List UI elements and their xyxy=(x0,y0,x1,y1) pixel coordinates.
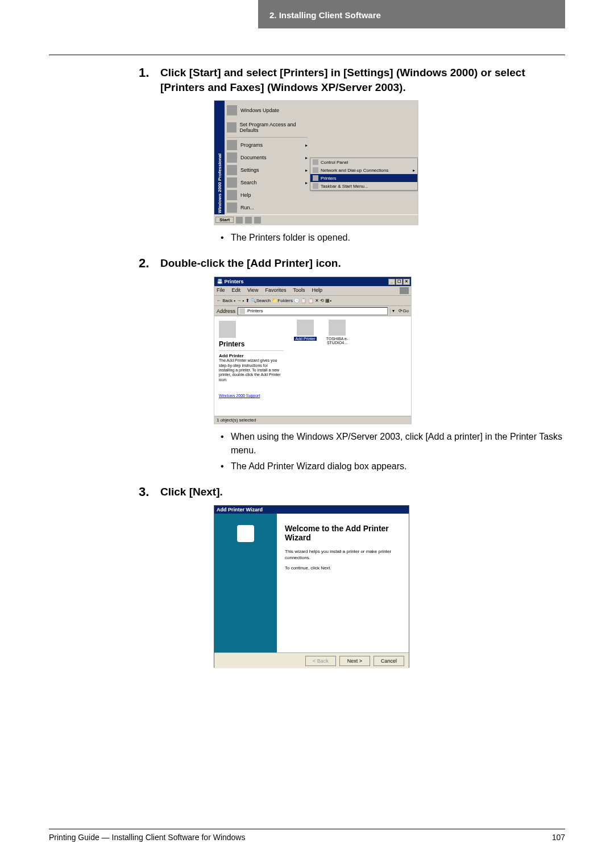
control-panel-icon xyxy=(313,159,318,165)
bullet-item: • When using the Windows XP/Server 2003,… xyxy=(219,430,565,457)
wizard-button-row: < Back Next > Cancel xyxy=(214,652,409,668)
step-title: Click [Start] and select [Printers] in [… xyxy=(156,65,565,94)
step-number: 3. xyxy=(139,485,156,499)
add-printer-glyph-icon xyxy=(297,320,314,336)
printer-device-icon xyxy=(329,320,346,336)
settings-submenu: Control Panel Network and Dial-up Connec… xyxy=(310,158,418,191)
printers-folder-icon: 📇 xyxy=(217,279,223,284)
taskbar: Start xyxy=(214,214,418,225)
status-bar: 1 object(s) selected xyxy=(214,416,411,424)
start-item-program-access[interactable]: Set Program Access and Defaults xyxy=(225,119,310,136)
add-printer-wizard-screenshot: Add Printer Wizard Welcome to the Add Pr… xyxy=(214,505,409,668)
run-icon xyxy=(227,202,237,213)
step-1: 1. Click [Start] and select [Printers] i… xyxy=(49,65,565,245)
menu-edit[interactable]: Edit xyxy=(232,287,241,294)
menu-help[interactable]: Help xyxy=(312,287,322,294)
support-link[interactable]: Windows 2000 Support xyxy=(219,394,284,398)
step-2: 2. Double-click the [Add Printer] icon. … xyxy=(49,256,565,473)
wizard-text: To continue, click Next. xyxy=(285,565,401,571)
close-button[interactable]: ✕ xyxy=(403,279,410,285)
submenu-arrow-icon: ▸ xyxy=(305,143,308,148)
search-icon xyxy=(227,177,237,188)
start-item-settings[interactable]: Settings▸ xyxy=(225,164,310,176)
selected-item-desc: The Add Printer wizard gives you step-by… xyxy=(219,358,284,382)
footer-left: Printing Guide — Installing Client Softw… xyxy=(49,833,245,842)
menu-favorites[interactable]: Favorites xyxy=(265,287,286,294)
start-item-help[interactable]: Help xyxy=(225,189,310,201)
selected-item-name: Add Printer xyxy=(219,353,284,358)
page-footer: Printing Guide — Installing Client Softw… xyxy=(49,829,565,842)
page-header: 2. Installing Client Software xyxy=(258,0,565,28)
address-input[interactable]: Printers xyxy=(238,307,388,315)
network-icon xyxy=(313,167,318,173)
submenu-arrow-icon: ▸ xyxy=(413,168,415,173)
quick-launch-icon[interactable] xyxy=(245,217,252,224)
programs-icon xyxy=(227,140,237,150)
content-area: 1. Click [Start] and select [Printers] i… xyxy=(0,0,614,668)
menu-tools[interactable]: Tools xyxy=(293,287,305,294)
page-number: 107 xyxy=(552,833,565,842)
start-item-programs[interactable]: Programs▸ xyxy=(225,139,310,151)
start-item-documents[interactable]: Documents▸ xyxy=(225,151,310,164)
header-title: 2. Installing Client Software xyxy=(269,10,381,20)
folder-info-panel: Printers Add Printer The Add Printer wiz… xyxy=(214,316,288,416)
address-dropdown[interactable]: ▾ xyxy=(390,308,396,313)
printers-icon xyxy=(313,175,318,181)
submenu-control-panel[interactable]: Control Panel xyxy=(310,158,417,166)
folder-content: Add Printer TOSHIBA e-STUDIO4... xyxy=(288,316,411,416)
wizard-sidebar xyxy=(214,514,277,652)
taskbar-settings-icon xyxy=(313,183,318,189)
program-access-icon xyxy=(227,122,237,133)
bullet-item: • The Add Printer Wizard dialog box appe… xyxy=(219,460,565,473)
submenu-taskbar[interactable]: Taskbar & Start Menu... xyxy=(310,182,417,190)
printer-toshiba[interactable]: TOSHIBA e-STUDIO4... xyxy=(323,320,351,412)
back-button: < Back xyxy=(305,656,336,666)
step-number: 2. xyxy=(139,256,156,271)
window-titlebar: 📇 Printers _ ☐ ✕ xyxy=(214,277,411,286)
submenu-printers[interactable]: Printers xyxy=(310,174,417,182)
submenu-network[interactable]: Network and Dial-up Connections▸ xyxy=(310,166,417,174)
wizard-titlebar: Add Printer Wizard xyxy=(214,506,409,514)
quick-launch-icon[interactable] xyxy=(236,217,243,224)
settings-icon xyxy=(227,165,237,175)
windows-flag-icon xyxy=(400,287,409,294)
wizard-text: This wizard helps you install a printer … xyxy=(285,549,401,561)
go-button[interactable]: ⟳Go xyxy=(396,308,411,313)
window-menubar: File Edit View Favorites Tools Help xyxy=(214,286,411,296)
step-3: 3. Click [Next]. Add Printer Wizard Welc… xyxy=(49,485,565,668)
help-icon xyxy=(227,190,237,200)
submenu-arrow-icon: ▸ xyxy=(305,168,308,173)
next-button[interactable]: Next > xyxy=(339,656,370,666)
menu-view[interactable]: View xyxy=(247,287,258,294)
address-bar: Address Printers ▾ ⟳Go xyxy=(214,306,411,316)
add-printer-icon[interactable]: Add Printer xyxy=(292,320,319,412)
minimize-button[interactable]: _ xyxy=(388,279,395,285)
step-number: 1. xyxy=(139,65,156,80)
start-button[interactable]: Start xyxy=(215,217,234,223)
printers-folder-screenshot: 📇 Printers _ ☐ ✕ File Edit View Favorite… xyxy=(214,276,412,424)
submenu-arrow-icon: ▸ xyxy=(305,180,308,185)
wizard-heading: Welcome to the Add Printer Wizard xyxy=(285,524,401,542)
menu-file[interactable]: File xyxy=(217,287,225,294)
step-title: Double-click the [Add Printer] icon. xyxy=(156,256,565,271)
submenu-arrow-icon: ▸ xyxy=(305,155,308,160)
start-item-windows-update[interactable]: Windows Update xyxy=(225,102,310,119)
start-menu-screenshot: Windows 2000 Professional Windows Update… xyxy=(214,100,418,225)
windows-update-icon xyxy=(227,105,237,115)
documents-icon xyxy=(227,152,237,163)
quick-launch-icon[interactable] xyxy=(254,217,261,224)
printer-wizard-icon xyxy=(237,525,254,542)
bullet-item: • The Printers folder is opened. xyxy=(219,231,565,245)
top-divider xyxy=(49,55,565,55)
step-title: Click [Next]. xyxy=(156,485,565,499)
start-menu-banner: Windows 2000 Professional xyxy=(214,101,225,216)
toolbar[interactable]: ← Back • → • ⬆ 🔍Search 📁Folders 🕒 📋 📋 ✕ … xyxy=(214,296,411,306)
maximize-button[interactable]: ☐ xyxy=(396,279,403,285)
printers-folder-icon xyxy=(219,321,236,338)
wizard-content: Welcome to the Add Printer Wizard This w… xyxy=(277,514,409,652)
start-item-run[interactable]: Run... xyxy=(225,201,310,214)
start-item-search[interactable]: Search▸ xyxy=(225,176,310,189)
cancel-button[interactable]: Cancel xyxy=(374,656,404,666)
